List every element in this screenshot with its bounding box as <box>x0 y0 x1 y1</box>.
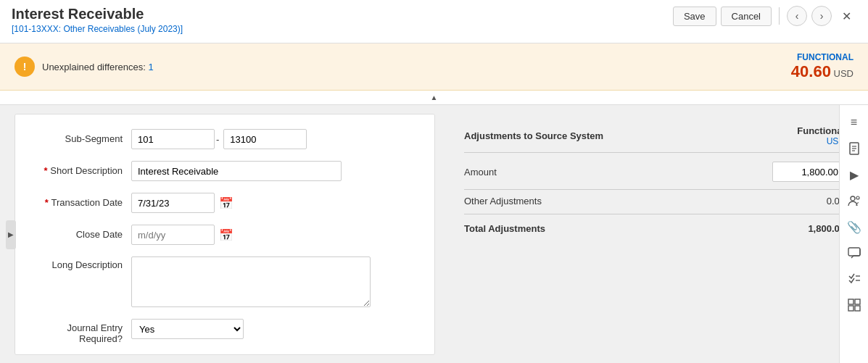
adj-header-right: Functional USD <box>797 125 845 146</box>
title-section: Interest Receivable [101-13XXX: Other Re… <box>12 6 183 34</box>
top-header: Interest Receivable [101-13XXX: Other Re… <box>0 0 868 43</box>
total-adj-label: Total Adjustments <box>464 223 545 234</box>
unexplained-diff-link[interactable]: 1 <box>148 62 153 72</box>
main-content: ▶ Sub-Segment - * Short Description <box>0 105 868 363</box>
svg-rect-12 <box>855 306 860 311</box>
prev-button[interactable]: ‹ <box>787 6 807 26</box>
warning-icon: ! <box>15 57 35 77</box>
svg-rect-6 <box>848 248 860 256</box>
svg-point-4 <box>851 196 855 201</box>
document-icon-btn[interactable] <box>843 137 866 160</box>
amount-row: Amount <box>464 162 845 182</box>
page-title: Interest Receivable <box>12 6 183 22</box>
next-button[interactable]: › <box>811 6 832 26</box>
adj-header-label: Adjustments to Source System <box>464 130 603 141</box>
seg-dash: - <box>215 131 220 148</box>
functional-amount: FUNCTIONAL 40.60 USD <box>791 52 853 81</box>
warning-text: Unexplained differences: 1 <box>42 62 154 72</box>
total-divider <box>464 214 845 214</box>
checklist-icon-btn[interactable] <box>843 267 866 291</box>
toolbar-actions: Save Cancel ‹ › ✕ <box>673 6 856 26</box>
save-button[interactable]: Save <box>673 7 716 26</box>
total-adj-row: Total Adjustments 1,800.00 <box>464 220 845 234</box>
page-subtitle: [101-13XXX: Other Receivables (July 2023… <box>12 24 183 34</box>
other-adj-row: Other Adjustments 0.00 <box>464 196 845 206</box>
functional-currency: USD <box>834 68 853 79</box>
amount-display: 40.60 USD <box>791 62 853 81</box>
journal-entry-label: Journal Entry Required? <box>30 319 131 344</box>
transaction-date-wrap: 📅 <box>131 193 233 213</box>
long-desc-textarea[interactable] <box>131 256 371 307</box>
transaction-date-row: * Transaction Date 📅 <box>30 193 420 213</box>
users-icon-btn[interactable] <box>843 189 866 212</box>
svg-rect-10 <box>855 299 860 304</box>
functional-value: 40.60 <box>791 62 831 80</box>
warning-banner: ! Unexplained differences: 1 FUNCTIONAL … <box>0 43 868 91</box>
journal-entry-select[interactable]: Yes No <box>131 319 244 339</box>
svg-rect-11 <box>848 306 853 311</box>
amount-label: Amount <box>464 167 497 178</box>
collapse-arrow-icon: ▲ <box>431 93 438 101</box>
close-date-wrap: 📅 <box>131 225 233 245</box>
transaction-date-label: * Transaction Date <box>30 193 131 208</box>
grid-icon-btn[interactable] <box>843 293 866 317</box>
close-date-input[interactable] <box>131 225 215 245</box>
short-desc-input[interactable] <box>131 161 342 181</box>
warning-left: ! Unexplained differences: 1 <box>15 57 154 77</box>
journal-entry-row: Journal Entry Required? Yes No <box>30 319 420 344</box>
close-date-label: Close Date <box>30 225 131 240</box>
paperclip-icon-btn[interactable]: 📎 <box>843 215 866 238</box>
other-adj-label: Other Adjustments <box>464 196 542 206</box>
amount-input[interactable] <box>772 162 845 182</box>
left-panel-toggle[interactable]: ▶ <box>6 220 16 249</box>
list-icon-btn[interactable]: ≡ <box>843 111 866 134</box>
subsegment-inputs: - <box>131 129 307 149</box>
long-desc-label: Long Description <box>30 256 131 270</box>
toolbar-divider <box>779 7 780 25</box>
close-date-calendar-icon[interactable]: 📅 <box>219 228 233 242</box>
close-date-row: Close Date 📅 <box>30 225 420 245</box>
play-icon-btn[interactable]: ▶ <box>843 163 866 186</box>
adj-divider <box>464 189 845 190</box>
comment-icon-btn[interactable] <box>843 241 866 264</box>
form-panel: Sub-Segment - * Short Description * Tran… <box>15 114 435 355</box>
segment2-input[interactable] <box>223 129 307 149</box>
svg-rect-9 <box>848 299 853 304</box>
transaction-date-calendar-icon[interactable]: 📅 <box>219 196 233 210</box>
collapse-bar[interactable]: ▲ <box>0 91 868 105</box>
adj-header: Adjustments to Source System Functional … <box>464 125 845 153</box>
short-desc-row: * Short Description <box>30 161 420 181</box>
close-button[interactable]: ✕ <box>836 6 856 26</box>
segment1-input[interactable] <box>131 129 215 149</box>
adjustments-panel: Adjustments to Source System Functional … <box>450 114 859 355</box>
subsegment-label: Sub-Segment <box>30 129 131 144</box>
subsegment-row: Sub-Segment - <box>30 129 420 149</box>
long-desc-row: Long Description <box>30 256 420 307</box>
short-desc-label: * Short Description <box>30 161 131 176</box>
right-sidebar: ≡ ▶ 📎 <box>839 105 868 363</box>
adj-functional-label: Functional <box>797 125 845 136</box>
transaction-date-input[interactable] <box>131 193 215 213</box>
svg-point-5 <box>856 196 859 199</box>
functional-label: FUNCTIONAL <box>791 52 853 62</box>
cancel-button[interactable]: Cancel <box>721 7 772 26</box>
